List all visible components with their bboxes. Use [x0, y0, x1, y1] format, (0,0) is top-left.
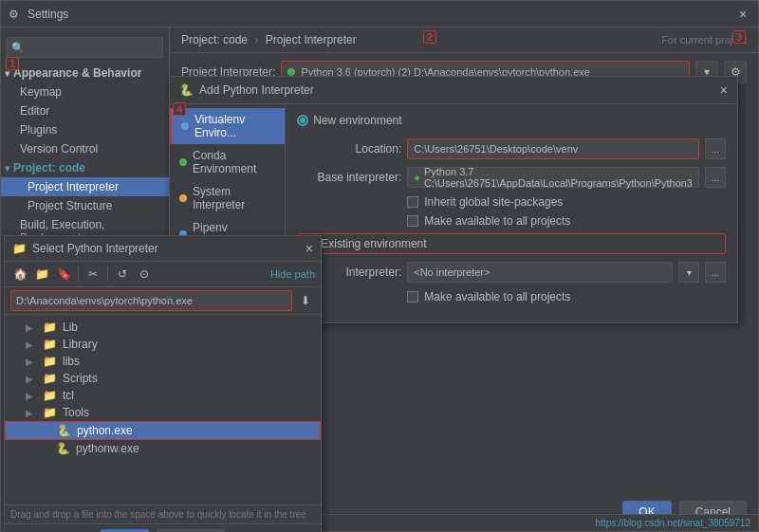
- project-expand-icon: ▾: [5, 163, 9, 174]
- tree-item-lib[interactable]: ▶ 📁 Lib: [5, 319, 321, 336]
- badge-4: 4: [173, 102, 186, 116]
- tree-item-python-exe[interactable]: 🐍 python.exe: [5, 421, 321, 440]
- show-hidden-button[interactable]: ⊙: [135, 265, 154, 284]
- path-field[interactable]: D:\Anaconda\envs\pytorch\python.exe: [10, 290, 292, 311]
- hide-path-button[interactable]: Hide path: [270, 268, 315, 280]
- tree-item-library[interactable]: ▶ 📁 Library: [5, 336, 321, 353]
- breadcrumb-sep: ›: [254, 33, 258, 46]
- file-python-icon: 🐍: [57, 424, 71, 437]
- interpreter-select-row: Interpreter: <No interpreter> ▾ ...: [297, 262, 726, 283]
- badge-2: 2: [423, 30, 436, 44]
- inherit-label: Inherit global site-packages: [424, 195, 563, 209]
- location-row: Location: C:\Users\26751\Desktop\code\ve…: [297, 138, 726, 159]
- title-bar: ⚙ Settings ×: [1, 1, 758, 28]
- base-interpreter-field[interactable]: ● Python 3.7 C:\Users\26751\AppData\Loca…: [407, 167, 699, 188]
- refresh-button[interactable]: ↺: [113, 265, 132, 284]
- home-button[interactable]: 🏠: [10, 265, 29, 284]
- make-available2-label: Make available to all projects: [424, 290, 570, 303]
- sidebar-item-keymap[interactable]: Keymap: [1, 83, 169, 101]
- base-python-dot: ●: [414, 172, 420, 183]
- tree-arrow-libs: ▶: [26, 357, 39, 367]
- badge-3: 3: [732, 30, 746, 44]
- make-available-label: Make available to all projects: [424, 214, 570, 228]
- env-item-virtualenv[interactable]: Virtualenv Enviro...: [170, 108, 285, 144]
- add-interpreter-title: Add Python Interpreter: [199, 83, 720, 97]
- location-label: Location:: [297, 142, 401, 156]
- interpreter-select-field[interactable]: <No interpreter>: [407, 262, 673, 283]
- tree-arrow-lib: ▶: [26, 322, 39, 333]
- window-title: Settings: [28, 8, 735, 21]
- cut-button[interactable]: ✂: [83, 265, 102, 284]
- sidebar-item-appearance[interactable]: ▾ Appearance & Behavior: [1, 64, 169, 83]
- new-environment-radio[interactable]: New environment: [297, 114, 401, 127]
- add-interpreter-close-button[interactable]: ×: [720, 83, 728, 98]
- breadcrumb-bar: Project: code › Project Interpreter For …: [170, 28, 758, 53]
- interpreter-dropdown-btn[interactable]: ▾: [678, 262, 699, 283]
- base-interpreter-browse-button[interactable]: ...: [705, 167, 726, 188]
- folder-tools-icon: 📁: [43, 406, 57, 419]
- make-available-row: Make available to all projects: [407, 214, 726, 228]
- new-folder-button[interactable]: 📁: [32, 265, 51, 284]
- path-row: D:\Anaconda\envs\pytorch\python.exe ⬇: [5, 287, 321, 315]
- make-available2-row: Make available to all projects: [407, 290, 726, 303]
- base-interpreter-label: Base interpreter:: [297, 171, 401, 184]
- env-item-system[interactable]: System Interpreter: [170, 180, 285, 216]
- sidebar-item-project-interpreter[interactable]: Project Interpreter: [1, 177, 169, 196]
- download-button[interactable]: ⬇: [296, 291, 315, 310]
- folder-library-icon: 📁: [43, 338, 57, 351]
- sidebar-search[interactable]: 🔍: [7, 37, 163, 58]
- breadcrumb: Project: code › Project Interpreter: [181, 33, 357, 46]
- search-icon: 🔍: [11, 42, 25, 54]
- sidebar-item-project-code[interactable]: ▾ Project: code: [1, 158, 169, 177]
- window-close-button[interactable]: ×: [735, 7, 750, 22]
- python-icon: 🐍: [179, 83, 194, 97]
- tree-item-scripts[interactable]: ▶ 📁 Scripts: [5, 370, 321, 387]
- add-interpreter-title-bar: 🐍 Add Python Interpreter ×: [170, 77, 737, 104]
- tree-arrow-library: ▶: [26, 339, 39, 350]
- sidebar-item-version-control[interactable]: Version Control: [1, 139, 169, 158]
- select-interpreter-title: Select Python Interpreter: [32, 242, 305, 255]
- env-options-panel: New environment Location: C:\Users\26751…: [286, 104, 737, 322]
- settings-icon: ⚙: [9, 8, 22, 21]
- interpreter-browse-btn[interactable]: ...: [705, 262, 726, 283]
- sidebar-item-plugins[interactable]: Plugins: [1, 120, 169, 139]
- file-tree: ▶ 📁 Lib ▶ 📁 Library ▶ 📁 libs ▶ 📁 Scripts…: [5, 315, 321, 504]
- folder-icon: 📁: [12, 242, 27, 255]
- sidebar-item-project-structure[interactable]: Project Structure: [1, 196, 169, 215]
- make-available-checkbox[interactable]: [407, 215, 418, 227]
- select-interpreter-toolbar: 🏠 📁 🔖 ✂ ↺ ⊙ Hide path: [5, 262, 321, 287]
- badge-1: 1: [6, 57, 19, 70]
- select-interpreter-close-button[interactable]: ×: [305, 241, 313, 256]
- toolbar-separator: [78, 266, 79, 282]
- tree-item-pythonw-exe[interactable]: 🐍 pythonw.exe: [5, 440, 321, 457]
- existing-environment-section: Existing environment: [297, 233, 726, 254]
- environment-radio-group: New environment: [297, 114, 726, 127]
- folder-lib-icon: 📁: [43, 321, 57, 334]
- folder-libs-icon: 📁: [43, 355, 57, 368]
- tree-item-tools[interactable]: ▶ 📁 Tools: [5, 404, 321, 421]
- interpreter-status-dot: [287, 68, 295, 76]
- location-browse-button[interactable]: ...: [705, 138, 726, 159]
- file-pythonw-icon: 🐍: [56, 442, 70, 455]
- new-env-radio-circle: [297, 115, 308, 126]
- select-interpreter-window: 📁 Select Python Interpreter × 🏠 📁 🔖 ✂ ↺ …: [4, 235, 322, 532]
- inherit-packages-row: Inherit global site-packages: [407, 195, 726, 209]
- conda-dot: [179, 158, 187, 166]
- toolbar-separator2: [107, 266, 108, 282]
- tree-item-libs[interactable]: ▶ 📁 libs: [5, 353, 321, 370]
- select-interpreter-title-bar: 📁 Select Python Interpreter ×: [5, 236, 321, 262]
- select-interpreter-buttons: OK Cancel: [5, 523, 321, 532]
- sidebar-item-editor[interactable]: Editor: [1, 101, 169, 120]
- system-dot: [179, 194, 187, 202]
- tree-arrow-tcl: ▶: [26, 391, 39, 401]
- make-available2-checkbox[interactable]: [407, 291, 418, 303]
- env-item-conda[interactable]: Conda Environment: [170, 144, 285, 180]
- tree-item-tcl[interactable]: ▶ 📁 tcl: [5, 387, 321, 404]
- tree-arrow-tools: ▶: [26, 408, 39, 418]
- select-interpreter-footer: Drag and drop a file into the space abov…: [5, 504, 321, 523]
- bookmark-button[interactable]: 🔖: [54, 265, 73, 284]
- inherit-checkbox[interactable]: [407, 196, 418, 208]
- status-link[interactable]: https://blog.csdn.net/sinat_38059712: [596, 518, 750, 528]
- location-field[interactable]: C:\Users\26751\Desktop\code\venv: [407, 138, 699, 159]
- search-input[interactable]: [28, 42, 158, 53]
